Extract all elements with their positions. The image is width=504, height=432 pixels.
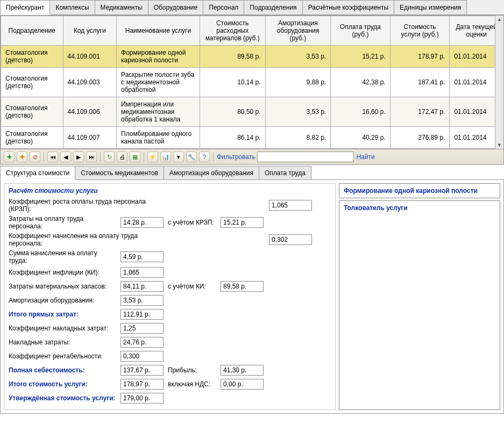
cell-code: 44.109.006: [63, 97, 117, 127]
overhead-coef-input[interactable]: [120, 323, 164, 334]
tab-coefficients[interactable]: Расчётные коэффициенты: [302, 0, 394, 15]
help-button[interactable]: ?: [199, 152, 210, 162]
lightning-button[interactable]: ⚡: [147, 152, 158, 162]
full-cost-input[interactable]: [120, 365, 164, 376]
tools-button[interactable]: 🔧: [186, 152, 197, 162]
labor-label: Затраты на оплату труда персонала:: [9, 215, 116, 230]
ki-input[interactable]: [120, 267, 164, 278]
next-button[interactable]: ▶: [73, 152, 84, 162]
profit-coef-input[interactable]: [120, 351, 164, 362]
cell-name: Раскрытие полости зуба с медикаментозной…: [117, 68, 200, 97]
labor-coef-label: Коэффициент начисления на оплату труда п…: [9, 232, 159, 247]
service-name-box: Формирование одной кариозной полости: [339, 183, 500, 198]
cell-amort: 3,53 р.: [265, 97, 331, 127]
cell-mat: 80,50 р.: [200, 97, 265, 127]
duplicate-button[interactable]: ✚: [17, 152, 27, 162]
tab-medications[interactable]: Медикаменты: [95, 0, 148, 15]
labor-sum-input[interactable]: [120, 251, 164, 262]
cell-amort: 3,53 р.: [265, 46, 331, 68]
labor-input[interactable]: [120, 217, 164, 228]
full-cost-label: Полная себестоимость:: [9, 366, 116, 374]
labor-sum-label: Сумма начисления на оплату труда:: [9, 249, 116, 264]
cell-code: 44.109.007: [63, 127, 117, 149]
export-button[interactable]: ▦: [130, 152, 140, 162]
total-label: Итого стоимость услуги:: [9, 380, 116, 388]
vat-input[interactable]: [221, 379, 264, 390]
refresh-button[interactable]: ↻: [104, 152, 115, 162]
profit-label: Прибыль:: [168, 366, 216, 374]
right-panel: Формирование одной кариозной полости Тол…: [339, 183, 500, 410]
tab-units[interactable]: Единицы измерения: [394, 0, 467, 15]
col-code[interactable]: Код услуги: [63, 16, 117, 46]
table-row[interactable]: Стоматология (детство)44.109.001Формиров…: [1, 46, 503, 68]
tab-price-list[interactable]: Прейскурант: [0, 0, 50, 15]
first-button[interactable]: ⏮: [47, 152, 58, 162]
cell-labor: 16,60 р.: [331, 97, 391, 127]
find-link[interactable]: Найти: [356, 153, 374, 161]
col-amortization[interactable]: Амортизация оборудования (руб.): [265, 16, 331, 46]
total-input[interactable]: [120, 379, 164, 390]
prev-button[interactable]: ◀: [60, 152, 71, 162]
approved-input[interactable]: [120, 393, 164, 404]
cell-amort: 9,88 р.: [265, 68, 331, 97]
filter-input[interactable]: [257, 152, 354, 162]
with-ki-label: с учётом КИ:: [168, 283, 216, 290]
approved-label: Утверждённая стоимость услуги:: [9, 394, 116, 402]
labor-krzp-input[interactable]: [221, 217, 264, 228]
delete-button[interactable]: ⊘: [30, 152, 40, 162]
cell-dept: Стоматология (детство): [1, 68, 63, 97]
mat-ki-input[interactable]: [221, 281, 264, 292]
detail-tabs: Структура стоимости Стоимость медикамент…: [0, 166, 504, 180]
cell-labor: 40,29 р.: [331, 127, 391, 149]
col-labor[interactable]: Оплата труда (руб.): [331, 16, 391, 46]
col-materials[interactable]: Стоимость расходных материалов (руб.): [200, 16, 265, 46]
tab-complexes[interactable]: Комплексы: [49, 0, 95, 15]
krzp-input[interactable]: [269, 200, 312, 211]
tab-departments[interactable]: Подразделения: [244, 0, 302, 15]
col-department[interactable]: Подразделение: [1, 16, 63, 46]
last-button[interactable]: ⏭: [86, 152, 97, 162]
tab-equipment[interactable]: Оборудование: [148, 0, 204, 15]
vat-label: включая НДС:: [168, 380, 216, 388]
interpreter-box: Толкователь услуги: [339, 200, 500, 410]
calc-panel: Расчёт стоимости услуги Коэффициент рост…: [4, 183, 336, 410]
profit-input[interactable]: [221, 365, 264, 376]
main-tabs: Прейскурант Комплексы Медикаменты Оборуд…: [0, 0, 504, 15]
table-row[interactable]: Стоматология (детство)44.109.006Импрегна…: [1, 97, 503, 127]
calc-title: Расчёт стоимости услуги: [9, 187, 331, 195]
col-cost[interactable]: Стоимость услуги (руб.): [390, 16, 450, 46]
overhead-coef-label: Коэффициент накладных затрат:: [9, 325, 116, 332]
cell-dept: Стоматология (детство): [1, 46, 63, 68]
labor-coef-input[interactable]: [269, 234, 312, 245]
subtab-structure[interactable]: Структура стоимости: [0, 166, 75, 180]
cell-amort: 8,82 р.: [265, 127, 331, 149]
direct-input[interactable]: [120, 309, 164, 320]
tab-personnel[interactable]: Персонал: [203, 0, 244, 15]
cell-labor: 42,38 р.: [331, 68, 391, 97]
chart-button[interactable]: 📊: [160, 152, 171, 162]
grid-scrollbar[interactable]: [495, 16, 503, 149]
cell-code: 44.109.001: [63, 46, 117, 68]
mat-input[interactable]: [120, 281, 164, 292]
overhead-input[interactable]: [120, 337, 164, 348]
subtab-medications[interactable]: Стоимость медикаментов: [75, 166, 164, 179]
krzp-label: Коэффициент роста оплаты труда персонала…: [9, 198, 159, 213]
cell-cost: 276,89 р.: [390, 127, 450, 149]
subtab-amortization[interactable]: Амортизация оборудования: [164, 166, 259, 179]
cell-mat: 10,14 р.: [200, 68, 265, 97]
dropdown-button[interactable]: ▾: [173, 152, 184, 162]
amort-input[interactable]: [120, 295, 164, 306]
services-grid: Подразделение Код услуги Наименование ус…: [0, 15, 504, 149]
subtab-labor[interactable]: Оплата труда: [259, 166, 311, 179]
table-row[interactable]: Стоматология (детство)44.109.007Пломбиро…: [1, 127, 503, 149]
overhead-label: Накладные затраты:: [9, 339, 116, 346]
cell-cost: 178,97 р.: [390, 46, 450, 68]
col-name[interactable]: Наименование услуги: [117, 16, 200, 46]
print-button[interactable]: 🖨: [117, 152, 127, 162]
grid-toolbar: ✚ ✚ ⊘ ⏮ ◀ ▶ ⏭ ↻ 🖨 ▦ ⚡ 📊 ▾ 🔧 ? Фильтроват…: [0, 149, 504, 165]
table-row[interactable]: Стоматология (детство)44.109.003Раскрыти…: [1, 68, 503, 97]
add-button[interactable]: ✚: [4, 152, 15, 162]
cell-code: 44.109.003: [63, 68, 117, 97]
direct-label: Итого прямых затрат:: [9, 311, 116, 318]
mat-label: Затраты материальных запасов:: [9, 283, 116, 290]
